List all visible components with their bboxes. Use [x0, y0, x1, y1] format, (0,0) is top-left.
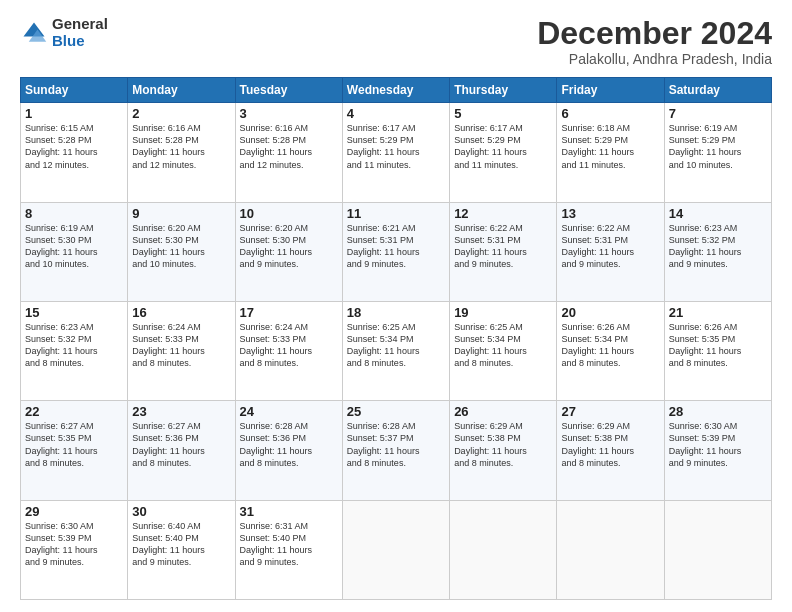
- cell-info: Sunrise: 6:28 AM: [240, 420, 338, 432]
- cell-info: Sunset: 5:40 PM: [132, 532, 230, 544]
- cell-info: Sunrise: 6:40 AM: [132, 520, 230, 532]
- cell-info: and 8 minutes.: [561, 357, 659, 369]
- cell-info: Sunrise: 6:21 AM: [347, 222, 445, 234]
- cell-info: Sunrise: 6:22 AM: [454, 222, 552, 234]
- cell-info: Daylight: 11 hours: [25, 146, 123, 158]
- cell-info: Sunset: 5:34 PM: [454, 333, 552, 345]
- cell-info: Sunset: 5:28 PM: [132, 134, 230, 146]
- cell-info: Sunrise: 6:19 AM: [669, 122, 767, 134]
- cell-info: Sunrise: 6:31 AM: [240, 520, 338, 532]
- cell-info: Daylight: 11 hours: [454, 246, 552, 258]
- calendar-cell: 15Sunrise: 6:23 AMSunset: 5:32 PMDayligh…: [21, 301, 128, 400]
- cell-info: and 10 minutes.: [25, 258, 123, 270]
- day-number: 10: [240, 206, 338, 221]
- cell-info: Sunrise: 6:24 AM: [240, 321, 338, 333]
- cell-info: Sunrise: 6:26 AM: [561, 321, 659, 333]
- cell-info: Sunrise: 6:25 AM: [454, 321, 552, 333]
- cell-info: Sunset: 5:32 PM: [25, 333, 123, 345]
- day-number: 7: [669, 106, 767, 121]
- cell-info: Daylight: 11 hours: [561, 246, 659, 258]
- cell-info: and 9 minutes.: [669, 457, 767, 469]
- col-header-monday: Monday: [128, 78, 235, 103]
- cell-info: Sunrise: 6:28 AM: [347, 420, 445, 432]
- col-header-tuesday: Tuesday: [235, 78, 342, 103]
- cell-info: and 8 minutes.: [669, 357, 767, 369]
- calendar-cell: 22Sunrise: 6:27 AMSunset: 5:35 PMDayligh…: [21, 401, 128, 500]
- title-block: December 2024 Palakollu, Andhra Pradesh,…: [537, 16, 772, 67]
- day-number: 8: [25, 206, 123, 221]
- day-number: 11: [347, 206, 445, 221]
- cell-info: Sunrise: 6:29 AM: [561, 420, 659, 432]
- cell-info: and 9 minutes.: [454, 258, 552, 270]
- cell-info: and 8 minutes.: [347, 457, 445, 469]
- cell-info: Sunrise: 6:16 AM: [240, 122, 338, 134]
- cell-info: Daylight: 11 hours: [669, 146, 767, 158]
- cell-info: Sunrise: 6:24 AM: [132, 321, 230, 333]
- cell-info: Sunset: 5:40 PM: [240, 532, 338, 544]
- calendar-cell: 7Sunrise: 6:19 AMSunset: 5:29 PMDaylight…: [664, 103, 771, 202]
- cell-info: and 8 minutes.: [132, 357, 230, 369]
- cell-info: and 8 minutes.: [25, 457, 123, 469]
- cell-info: Daylight: 11 hours: [669, 246, 767, 258]
- calendar-cell: 1Sunrise: 6:15 AMSunset: 5:28 PMDaylight…: [21, 103, 128, 202]
- day-number: 4: [347, 106, 445, 121]
- week-row-4: 22Sunrise: 6:27 AMSunset: 5:35 PMDayligh…: [21, 401, 772, 500]
- day-number: 5: [454, 106, 552, 121]
- cell-info: Daylight: 11 hours: [561, 345, 659, 357]
- day-number: 20: [561, 305, 659, 320]
- day-number: 3: [240, 106, 338, 121]
- cell-info: Sunset: 5:33 PM: [240, 333, 338, 345]
- cell-info: Sunrise: 6:23 AM: [25, 321, 123, 333]
- calendar-cell: 11Sunrise: 6:21 AMSunset: 5:31 PMDayligh…: [342, 202, 449, 301]
- cell-info: Daylight: 11 hours: [561, 445, 659, 457]
- cell-info: and 11 minutes.: [454, 159, 552, 171]
- calendar-cell: 14Sunrise: 6:23 AMSunset: 5:32 PMDayligh…: [664, 202, 771, 301]
- cell-info: and 8 minutes.: [561, 457, 659, 469]
- day-number: 22: [25, 404, 123, 419]
- cell-info: Sunset: 5:29 PM: [454, 134, 552, 146]
- cell-info: Sunrise: 6:29 AM: [454, 420, 552, 432]
- cell-info: Daylight: 11 hours: [132, 146, 230, 158]
- cell-info: Daylight: 11 hours: [240, 146, 338, 158]
- cell-info: Sunset: 5:37 PM: [347, 432, 445, 444]
- day-number: 19: [454, 305, 552, 320]
- cell-info: and 9 minutes.: [240, 258, 338, 270]
- day-number: 21: [669, 305, 767, 320]
- cell-info: Daylight: 11 hours: [669, 345, 767, 357]
- cell-info: Daylight: 11 hours: [561, 146, 659, 158]
- day-number: 2: [132, 106, 230, 121]
- calendar: SundayMondayTuesdayWednesdayThursdayFrid…: [20, 77, 772, 600]
- day-number: 15: [25, 305, 123, 320]
- day-number: 18: [347, 305, 445, 320]
- cell-info: and 9 minutes.: [669, 258, 767, 270]
- cell-info: Daylight: 11 hours: [240, 544, 338, 556]
- day-number: 29: [25, 504, 123, 519]
- cell-info: and 9 minutes.: [240, 556, 338, 568]
- day-number: 31: [240, 504, 338, 519]
- cell-info: Sunset: 5:28 PM: [240, 134, 338, 146]
- day-number: 28: [669, 404, 767, 419]
- cell-info: Daylight: 11 hours: [132, 246, 230, 258]
- cell-info: Daylight: 11 hours: [347, 146, 445, 158]
- calendar-cell: 31Sunrise: 6:31 AMSunset: 5:40 PMDayligh…: [235, 500, 342, 599]
- cell-info: Sunrise: 6:22 AM: [561, 222, 659, 234]
- cell-info: and 8 minutes.: [25, 357, 123, 369]
- cell-info: Sunrise: 6:20 AM: [132, 222, 230, 234]
- cell-info: Sunset: 5:28 PM: [25, 134, 123, 146]
- page: General Blue December 2024 Palakollu, An…: [0, 0, 792, 612]
- cell-info: Sunrise: 6:27 AM: [132, 420, 230, 432]
- calendar-cell: 12Sunrise: 6:22 AMSunset: 5:31 PMDayligh…: [450, 202, 557, 301]
- day-number: 12: [454, 206, 552, 221]
- calendar-cell: 23Sunrise: 6:27 AMSunset: 5:36 PMDayligh…: [128, 401, 235, 500]
- col-header-friday: Friday: [557, 78, 664, 103]
- calendar-cell: 30Sunrise: 6:40 AMSunset: 5:40 PMDayligh…: [128, 500, 235, 599]
- cell-info: Sunset: 5:34 PM: [347, 333, 445, 345]
- cell-info: Sunrise: 6:26 AM: [669, 321, 767, 333]
- day-number: 16: [132, 305, 230, 320]
- cell-info: Daylight: 11 hours: [132, 445, 230, 457]
- col-header-wednesday: Wednesday: [342, 78, 449, 103]
- calendar-cell: [342, 500, 449, 599]
- cell-info: Sunset: 5:38 PM: [454, 432, 552, 444]
- week-row-1: 1Sunrise: 6:15 AMSunset: 5:28 PMDaylight…: [21, 103, 772, 202]
- cell-info: Sunset: 5:39 PM: [669, 432, 767, 444]
